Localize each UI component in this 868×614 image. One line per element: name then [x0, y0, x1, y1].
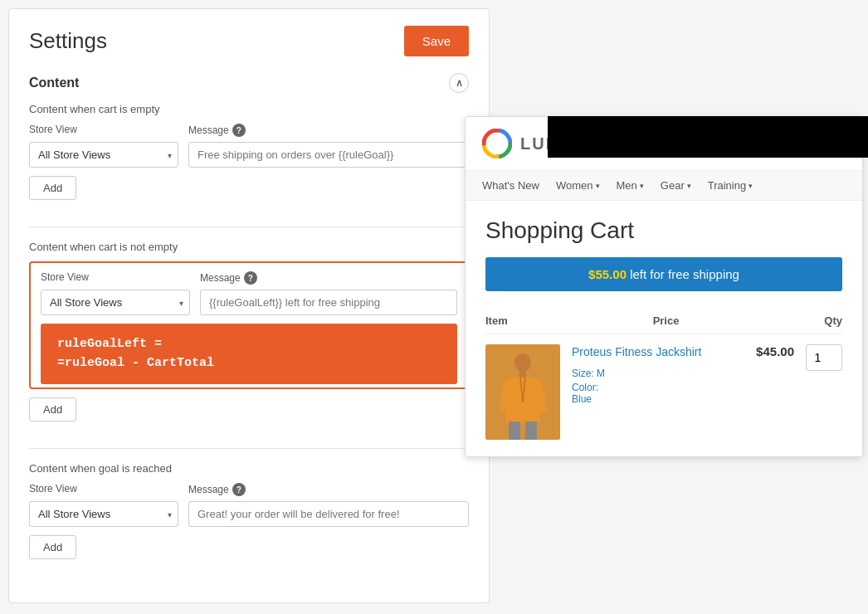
message-input-empty[interactable]	[188, 142, 469, 168]
col-qty: Qty	[824, 314, 842, 327]
collapse-icon[interactable]: ∧	[449, 73, 469, 93]
store-view-select-empty[interactable]: All Store Views	[29, 142, 178, 168]
item-price: $45.00	[744, 344, 794, 358]
message-input-not-empty[interactable]	[200, 290, 457, 315]
nav-item-whats-new[interactable]: What's New	[482, 179, 539, 192]
product-image	[485, 344, 560, 440]
luma-panel: LUMA What's New Women ▾ Men ▾ Gear ▾ Tra…	[465, 116, 863, 457]
luma-nav: What's New Women ▾ Men ▾ Gear ▾ Training…	[466, 171, 862, 201]
chevron-women: ▾	[596, 182, 600, 190]
svg-rect-3	[519, 371, 526, 378]
store-view-label-empty: Store View	[29, 124, 178, 137]
message-label-not-empty: Message ?	[200, 271, 257, 285]
store-view-select-wrapper-not-empty: All Store Views ▾	[41, 290, 190, 315]
page-title: Settings	[29, 28, 107, 54]
cart-item-details: Proteus Fitness Jackshirt Size: M Color:…	[572, 344, 733, 407]
section-not-empty-cart: Content when cart is not empty Store Vie…	[29, 241, 469, 435]
subsection-title-goal: Content when goal is reached	[29, 462, 469, 475]
free-shipping-amount: $55.00	[588, 267, 627, 281]
nav-item-men[interactable]: Men ▾	[617, 179, 644, 192]
col-price: Price	[653, 314, 680, 327]
luma-content: Shopping Cart $55.00 left for free shipp…	[466, 201, 862, 456]
add-button-empty[interactable]: Add	[29, 176, 76, 200]
col-item: Item	[485, 314, 508, 327]
chevron-training: ▾	[749, 182, 753, 190]
message-label-goal: Message ?	[188, 483, 246, 496]
svg-rect-4	[509, 422, 520, 440]
input-row-not-empty: All Store Views ▾	[41, 290, 457, 315]
input-row-empty: All Store Views ▾	[29, 142, 469, 168]
svg-rect-5	[525, 422, 537, 440]
highlighted-section: Store View Message ? All Store Views ▾ r…	[29, 261, 469, 389]
message-input-goal[interactable]	[188, 501, 469, 527]
store-view-label-not-empty: Store View	[41, 271, 190, 285]
row-labels-goal: Store View Message ?	[29, 483, 469, 496]
section-empty-cart: Content when cart is empty Store View Me…	[29, 103, 469, 213]
save-button[interactable]: Save	[404, 26, 469, 56]
free-shipping-text: left for free shipping	[630, 267, 739, 281]
row-labels-not-empty: Store View Message ?	[41, 271, 457, 285]
add-button-goal[interactable]: Add	[29, 535, 76, 559]
settings-header: Settings Save	[29, 26, 469, 56]
add-button-not-empty[interactable]: Add	[29, 397, 76, 422]
item-name[interactable]: Proteus Fitness Jackshirt	[572, 344, 733, 361]
svg-point-2	[514, 353, 531, 372]
cart-item-row: Proteus Fitness Jackshirt Size: M Color:…	[485, 344, 842, 440]
cart-table-header: Item Price Qty	[485, 308, 842, 334]
color-value: Blue	[572, 393, 592, 405]
store-view-label-goal: Store View	[29, 483, 178, 496]
row-labels-empty: Store View Message ?	[29, 124, 469, 137]
shopping-cart-title: Shopping Cart	[485, 217, 842, 244]
chevron-gear: ▾	[687, 182, 691, 190]
nav-item-women[interactable]: Women ▾	[556, 179, 600, 192]
black-overlay	[548, 116, 868, 158]
chevron-men: ▾	[640, 182, 644, 190]
store-view-select-goal[interactable]: All Store Views	[29, 501, 178, 527]
item-size: Size: M	[572, 368, 733, 379]
item-qty-input[interactable]	[806, 344, 842, 371]
message-help-icon-not-empty[interactable]: ?	[244, 271, 257, 285]
message-label-empty: Message ?	[188, 124, 246, 137]
tooltip-box: ruleGoalLeft ==ruleGoal - CartTotal	[41, 324, 457, 384]
store-view-select-wrapper-goal: All Store Views ▾	[29, 501, 178, 527]
item-color: Color: Blue	[572, 382, 733, 405]
store-view-select-not-empty[interactable]: All Store Views	[41, 290, 190, 315]
section-goal-reached: Content when goal is reached Store View …	[29, 462, 469, 573]
free-shipping-banner: $55.00 left for free shipping	[485, 257, 842, 291]
store-view-select-wrapper-empty: All Store Views ▾	[29, 142, 178, 168]
settings-panel: Settings Save Content ∧ Content when car…	[8, 8, 490, 603]
content-section-title: Content ∧	[29, 73, 469, 93]
input-row-goal: All Store Views ▾	[29, 501, 469, 527]
luma-logo	[482, 129, 512, 158]
subsection-title-not-empty: Content when cart is not empty	[29, 241, 469, 253]
message-help-icon-empty[interactable]: ?	[232, 124, 246, 137]
product-image-svg	[485, 344, 560, 440]
message-help-icon-goal[interactable]: ?	[232, 483, 246, 496]
subsection-title-empty: Content when cart is empty	[29, 103, 469, 115]
nav-item-gear[interactable]: Gear ▾	[661, 179, 691, 192]
nav-item-training[interactable]: Training ▾	[708, 179, 753, 192]
